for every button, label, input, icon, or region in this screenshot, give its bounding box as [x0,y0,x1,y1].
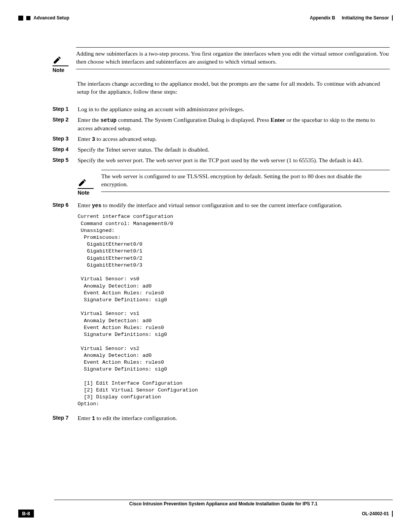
note-block: Note The web server is configured to use… [78,170,390,196]
footer-rule [54,500,393,500]
step-body: Specify the web server port. The web ser… [78,156,390,165]
page-number-badge: B-8 [18,510,34,518]
step-label: Step 2 [53,116,72,133]
intro-paragraph: The interfaces change according to the a… [77,80,390,96]
document-id: OL-24002-01 [362,511,393,517]
head-left: Advanced Setup [18,15,69,21]
command-text: 1 [92,415,95,422]
step-body: Enter yes to modify the interface and vi… [78,201,390,412]
underline-icon [53,66,68,66]
head-right: Appendix B Initializing the Sensor [310,15,393,21]
step-7: Step 7 Enter 1 to edit the interface con… [53,414,390,423]
step-4: Step 4 Specify the Telnet server status.… [53,145,390,154]
step-3: Step 3 Enter 3 to access advanced setup. [53,135,390,144]
note-label: Note [78,190,95,196]
key-name: Enter [271,117,285,123]
step-body: Enter the setup command. The System Conf… [78,116,390,133]
square-icon [18,16,23,21]
section-name: Advanced Setup [33,15,69,21]
step-body: Log in to the appliance using an account… [78,105,390,113]
pencil-icon [53,55,62,65]
step-label: Step 3 [53,135,72,144]
footer-title: Cisco Intrusion Prevention System Applia… [54,501,393,506]
command-text: setup [100,117,116,123]
note-label-column: Note [53,47,70,73]
page-footer: Cisco Intrusion Prevention System Applia… [18,500,393,518]
step-body: Enter 3 to access advanced setup. [78,135,390,144]
step-label: Step 4 [53,145,72,154]
step-label: Step 7 [53,414,72,423]
running-head: Advanced Setup Appendix B Initializing t… [18,15,393,21]
command-text: yes [92,203,101,209]
step-label: Step 5 [53,156,72,165]
pencil-icon [78,177,88,187]
footer-row: B-8 OL-24002-01 [18,510,393,518]
command-text: 3 [92,136,95,142]
step-2: Step 2 Enter the setup command. The Syst… [53,116,390,133]
step-1: Step 1 Log in to the appliance using an … [53,105,390,113]
step-5: Step 5 Specify the web server port. The … [53,156,390,165]
divider-icon [392,511,393,517]
code-block: Current interface configuration Command … [78,213,390,407]
step-label: Step 6 [53,201,72,412]
divider-icon [392,15,393,21]
appendix-label: Appendix B Initializing the Sensor [310,15,389,21]
content: Note Adding new subinterfaces is a two-s… [53,47,390,422]
square-icon [26,16,30,20]
underline-icon [78,188,94,189]
step-label: Step 1 [53,105,72,113]
note-label: Note [53,67,70,73]
step-6: Step 6 Enter yes to modify the interface… [53,201,390,412]
step-body: Enter 1 to edit the interface configurat… [78,414,390,423]
note-label-column: Note [78,170,95,196]
note-text: The web server is configured to use TLS/… [101,170,390,192]
note-text: Adding new subinterfaces is a two-step p… [76,47,390,69]
nested-note: Note The web server is configured to use… [78,170,390,196]
page-number: B-8 [18,510,34,518]
note-block: Note Adding new subinterfaces is a two-s… [53,47,390,73]
step-body: Specify the Telnet server status. The de… [78,145,390,154]
